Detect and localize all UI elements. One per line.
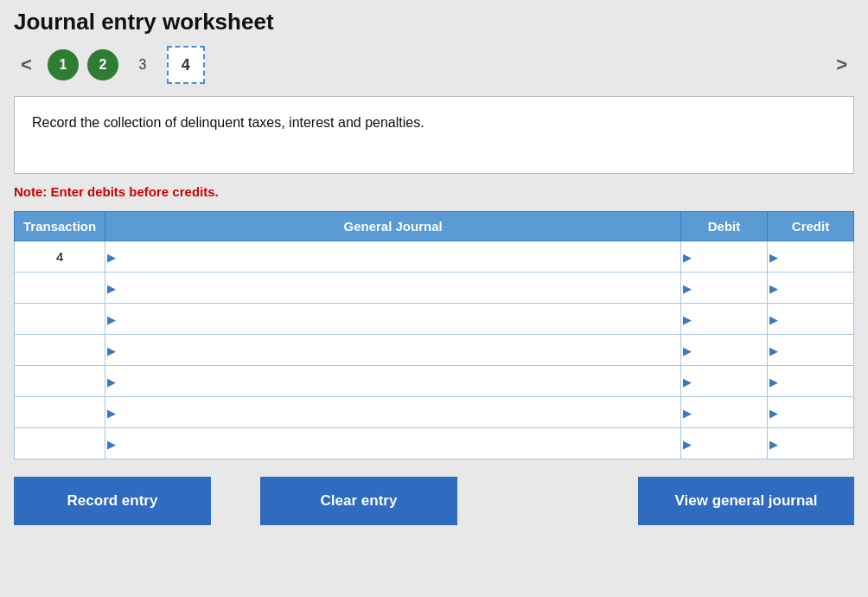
debit-cell[interactable]: ▶: [681, 273, 768, 304]
credit-cell[interactable]: ▶: [768, 397, 854, 428]
table-row: ▶▶▶: [15, 428, 854, 459]
action-buttons: Record entry Clear entry View general jo…: [14, 477, 854, 525]
debit-cell[interactable]: ▶: [681, 397, 768, 428]
journal-cell[interactable]: ▶: [105, 304, 681, 335]
cell-arrow-icon: ▶: [769, 343, 778, 356]
journal-input[interactable]: [111, 366, 675, 396]
cell-arrow-icon: ▶: [107, 343, 116, 356]
debit-input[interactable]: [686, 366, 762, 396]
cell-arrow-icon: ▶: [769, 375, 778, 388]
table-row: 4▶▶▶: [15, 241, 854, 273]
step-3[interactable]: 3: [127, 49, 158, 80]
credit-cell[interactable]: ▶: [768, 273, 854, 304]
debit-cell[interactable]: ▶: [681, 335, 768, 366]
cell-arrow-icon: ▶: [769, 312, 778, 325]
transaction-cell: [15, 428, 105, 459]
instruction-box: Record the collection of delinquent taxe…: [14, 96, 854, 174]
credit-cell[interactable]: ▶: [768, 366, 854, 397]
cell-arrow-icon: ▶: [769, 250, 778, 263]
credit-cell[interactable]: ▶: [768, 241, 854, 273]
journal-input[interactable]: [111, 335, 675, 365]
journal-input[interactable]: [111, 241, 675, 272]
cell-arrow-icon: ▶: [769, 406, 778, 419]
journal-cell[interactable]: ▶: [105, 366, 681, 397]
table-row: ▶▶▶: [15, 366, 854, 397]
page-title: Journal entry worksheet: [14, 9, 854, 35]
credit-input[interactable]: [773, 304, 848, 334]
credit-cell[interactable]: ▶: [768, 428, 854, 459]
cell-arrow-icon: ▶: [769, 437, 778, 450]
transaction-cell: [15, 335, 105, 366]
cell-arrow-icon: ▶: [683, 343, 692, 356]
credit-input[interactable]: [773, 366, 848, 396]
cell-arrow-icon: ▶: [683, 312, 692, 325]
step-2[interactable]: 2: [87, 49, 118, 80]
nav-left-arrow[interactable]: <: [14, 50, 39, 80]
credit-input[interactable]: [773, 273, 848, 303]
table-row: ▶▶▶: [15, 335, 854, 366]
cell-arrow-icon: ▶: [107, 437, 116, 450]
cell-arrow-icon: ▶: [107, 312, 116, 325]
journal-input[interactable]: [111, 428, 675, 459]
debit-input[interactable]: [686, 397, 762, 427]
debit-cell[interactable]: ▶: [681, 428, 768, 459]
transaction-cell: 4: [15, 241, 105, 273]
transaction-cell: [15, 273, 105, 304]
step-1[interactable]: 1: [48, 49, 79, 80]
debit-input[interactable]: [686, 335, 762, 365]
view-general-journal-button[interactable]: View general journal: [638, 477, 854, 525]
col-header-credit: Credit: [768, 212, 854, 241]
cell-arrow-icon: ▶: [107, 281, 116, 294]
col-header-general-journal: General Journal: [105, 212, 681, 241]
debit-input[interactable]: [686, 273, 762, 303]
journal-cell[interactable]: ▶: [105, 241, 681, 273]
journal-cell[interactable]: ▶: [105, 335, 681, 366]
journal-cell[interactable]: ▶: [105, 397, 681, 428]
table-row: ▶▶▶: [15, 397, 854, 428]
journal-table: Transaction General Journal Debit Credit…: [14, 211, 854, 459]
clear-entry-button[interactable]: Clear entry: [260, 477, 457, 525]
nav-right-arrow[interactable]: >: [829, 50, 854, 80]
table-row: ▶▶▶: [15, 304, 854, 335]
credit-cell[interactable]: ▶: [768, 335, 854, 366]
col-header-transaction: Transaction: [15, 212, 105, 241]
journal-input[interactable]: [111, 273, 675, 303]
debit-input[interactable]: [686, 304, 762, 334]
debit-input[interactable]: [686, 241, 762, 272]
credit-input[interactable]: [773, 397, 848, 427]
cell-arrow-icon: ▶: [683, 281, 692, 294]
table-row: ▶▶▶: [15, 273, 854, 304]
step-4[interactable]: 4: [167, 46, 205, 84]
instruction-text: Record the collection of delinquent taxe…: [32, 115, 424, 130]
debit-cell[interactable]: ▶: [681, 304, 768, 335]
transaction-cell: [15, 366, 105, 397]
journal-cell[interactable]: ▶: [105, 273, 681, 304]
debit-cell[interactable]: ▶: [681, 366, 768, 397]
note-text: Note: Enter debits before credits.: [14, 184, 854, 199]
record-entry-button[interactable]: Record entry: [14, 477, 211, 525]
cell-arrow-icon: ▶: [769, 281, 778, 294]
cell-arrow-icon: ▶: [107, 375, 116, 388]
journal-input[interactable]: [111, 397, 675, 427]
credit-input[interactable]: [773, 428, 848, 459]
col-header-debit: Debit: [681, 212, 768, 241]
debit-input[interactable]: [686, 428, 762, 459]
cell-arrow-icon: ▶: [683, 437, 692, 450]
cell-arrow-icon: ▶: [107, 250, 116, 263]
journal-cell[interactable]: ▶: [105, 428, 681, 459]
cell-arrow-icon: ▶: [683, 406, 692, 419]
transaction-cell: [15, 397, 105, 428]
cell-arrow-icon: ▶: [107, 406, 116, 419]
credit-input[interactable]: [773, 241, 848, 272]
debit-cell[interactable]: ▶: [681, 241, 768, 273]
journal-input[interactable]: [111, 304, 675, 334]
cell-arrow-icon: ▶: [683, 250, 692, 263]
transaction-cell: [15, 304, 105, 335]
credit-cell[interactable]: ▶: [768, 304, 854, 335]
cell-arrow-icon: ▶: [683, 375, 692, 388]
credit-input[interactable]: [773, 335, 848, 365]
step-navigation: < 1 2 3 4 >: [14, 46, 854, 84]
